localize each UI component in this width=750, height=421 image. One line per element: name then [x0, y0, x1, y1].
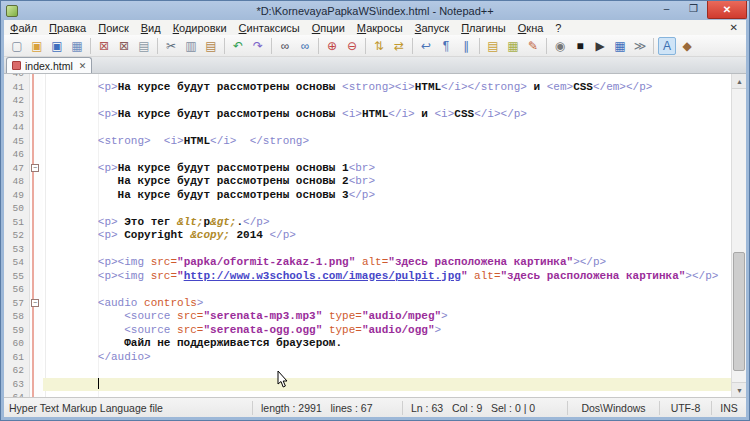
- user-defined-language-icon[interactable]: ▤: [484, 37, 502, 55]
- menu-item-плагины[interactable]: Плагины: [455, 22, 512, 34]
- editor-line-42[interactable]: 42: [4, 94, 731, 108]
- editor-line-60[interactable]: 60 Файл не поддерживается браузером.: [4, 337, 731, 351]
- plugin-hand-icon[interactable]: ◆: [678, 37, 696, 55]
- title-bar[interactable]: *D:\KornevayaPapkaWS\index.html - Notepa…: [1, 1, 749, 20]
- editor-line-49[interactable]: 49 На курсе будут рассмотрены основы 3</…: [4, 189, 731, 203]
- editor-line-41[interactable]: 41 <p>На курсе будут рассмотрены основы …: [4, 81, 731, 95]
- menu-item-синтаксисы[interactable]: Синтаксисы: [233, 22, 306, 34]
- code-line-text: <p>На курсе будут рассмотрены основы <i>…: [43, 108, 731, 122]
- menu-item-окна[interactable]: Окна: [512, 22, 550, 34]
- copy-icon[interactable]: ▥: [182, 37, 200, 55]
- fold-cell: [30, 121, 43, 135]
- redo-icon[interactable]: ↷: [249, 37, 267, 55]
- print-icon[interactable]: ▤: [135, 37, 153, 55]
- editor-line-44[interactable]: 44: [4, 121, 731, 135]
- editor-line-62[interactable]: 62: [4, 364, 731, 378]
- undo-icon[interactable]: ↶: [229, 37, 247, 55]
- status-lines: lines : 67: [330, 402, 372, 414]
- run-macro-multiple-icon[interactable]: ≫: [631, 37, 649, 55]
- fold-cell: [30, 378, 43, 392]
- editor-line-55[interactable]: 55 <p><img src="http://www.w3schools.com…: [4, 270, 731, 284]
- line-number: 47: [4, 162, 30, 176]
- close-file-icon[interactable]: ⊠: [95, 37, 113, 55]
- stop-recording-icon[interactable]: ■: [571, 37, 589, 55]
- status-eol-format[interactable]: Dos\Windows: [568, 401, 660, 415]
- zoom-out-icon[interactable]: ⊖: [343, 37, 361, 55]
- menu-item-файл[interactable]: Файл: [4, 22, 43, 34]
- sync-vertical-scroll-icon[interactable]: ⇅: [370, 37, 388, 55]
- editor-line-48[interactable]: 48 На курсе будут рассмотрены основы 2<b…: [4, 175, 731, 189]
- editor-line-51[interactable]: 51 <p> Это тег &lt;p&gt;.</p>: [4, 216, 731, 230]
- status-insert-mode[interactable]: INS: [712, 401, 746, 415]
- open-file-icon[interactable]: ▣: [28, 37, 46, 55]
- menu-item-макросы[interactable]: Макросы: [351, 22, 409, 34]
- editor-line-50[interactable]: 50: [4, 202, 731, 216]
- editor-line-46[interactable]: 46: [4, 148, 731, 162]
- fold-collapse-icon[interactable]: −: [31, 299, 39, 307]
- find-icon[interactable]: ∞: [276, 37, 294, 55]
- spell-check-icon[interactable]: A: [658, 37, 676, 55]
- code-line-text: [43, 378, 731, 392]
- editor-line-57[interactable]: 57− <audio controls>: [4, 297, 731, 311]
- minimize-button[interactable]: –: [653, 1, 680, 16]
- show-indent-guide-icon[interactable]: ∥: [457, 37, 475, 55]
- editor-line-53[interactable]: 53: [4, 243, 731, 257]
- unsaved-file-icon: [12, 61, 21, 70]
- maximize-button[interactable]: ❐: [680, 1, 707, 16]
- tab-close-icon[interactable]: ✕: [77, 61, 87, 71]
- menu-item-правка[interactable]: Правка: [43, 22, 92, 34]
- scroll-down-arrow-icon[interactable]: ▼: [732, 382, 746, 397]
- editor-line-56[interactable]: 56: [4, 283, 731, 297]
- save-macro-icon[interactable]: ▦: [611, 37, 629, 55]
- zoom-in-icon[interactable]: ⊕: [323, 37, 341, 55]
- paste-icon[interactable]: ▤: [202, 37, 220, 55]
- cut-icon[interactable]: ✂: [162, 37, 180, 55]
- close-all-icon[interactable]: ⊠: [115, 37, 133, 55]
- sync-horizontal-scroll-icon[interactable]: ⇄: [390, 37, 408, 55]
- toolbar-separator: [224, 38, 225, 54]
- tab-index-html[interactable]: index.html ✕: [6, 57, 92, 73]
- editor-line-54[interactable]: 54 <p><img src="papka/oformit-zakaz-1.pn…: [4, 256, 731, 270]
- editor-line-63[interactable]: 63: [4, 378, 731, 392]
- save-all-icon[interactable]: ▦: [68, 37, 86, 55]
- playback-macro-icon[interactable]: ▶: [591, 37, 609, 55]
- start-recording-icon[interactable]: ◉: [551, 37, 569, 55]
- fold-collapse-icon[interactable]: −: [31, 164, 39, 172]
- scroll-up-arrow-icon[interactable]: ▲: [732, 74, 746, 89]
- editor-line-45[interactable]: 45 <strong> <i>HTML</i> </strong>: [4, 135, 731, 149]
- scrollbar-thumb[interactable]: [733, 252, 745, 372]
- editor-line-47[interactable]: 47− <p>На курсе будут рассмотрены основы…: [4, 162, 731, 176]
- word-wrap-icon[interactable]: ↩: [417, 37, 435, 55]
- save-file-icon[interactable]: ▣: [48, 37, 66, 55]
- function-list-icon[interactable]: ✎: [524, 37, 542, 55]
- vertical-scrollbar[interactable]: ▲ ▼: [731, 74, 746, 397]
- status-encoding[interactable]: UTF-8: [660, 401, 712, 415]
- window-controls: – ❐ ✕: [653, 1, 747, 20]
- replace-icon[interactable]: ∞: [296, 37, 314, 55]
- line-number: 53: [4, 243, 30, 257]
- code-editor[interactable]: 4041 <p>На курсе будут рассмотрены основ…: [4, 74, 746, 397]
- menu-item-кодировки[interactable]: Кодировки: [167, 22, 233, 34]
- menu-item-?[interactable]: ?: [549, 22, 567, 34]
- code-area[interactable]: 4041 <p>На курсе будут рассмотрены основ…: [43, 74, 731, 397]
- show-all-characters-icon[interactable]: ¶: [437, 37, 455, 55]
- code-line-text: <strong> <i>HTML</i> </strong>: [43, 135, 731, 149]
- fold-cell: [30, 351, 43, 365]
- editor-line-61[interactable]: 61 </audio>: [4, 351, 731, 365]
- editor-line-58[interactable]: 58 <source src="serenata-mp3.mp3" type="…: [4, 310, 731, 324]
- fold-cell: [30, 256, 43, 270]
- close-button[interactable]: ✕: [707, 1, 747, 19]
- fold-cell: [30, 148, 43, 162]
- menu-item-вид[interactable]: Вид: [135, 22, 167, 34]
- document-map-icon[interactable]: ▦: [504, 37, 522, 55]
- menu-item-опции[interactable]: Опции: [306, 22, 351, 34]
- editor-line-59[interactable]: 59 <source src="serenata-ogg.ogg" type="…: [4, 324, 731, 338]
- menu-item-запуск[interactable]: Запуск: [409, 22, 455, 34]
- editor-line-43[interactable]: 43 <p>На курсе будут рассмотрены основы …: [4, 108, 731, 122]
- menu-bar: ФайлПравкаПоискВидКодировкиСинтаксисыОпц…: [4, 20, 746, 35]
- menubar-close-icon[interactable]: ✕: [722, 22, 746, 33]
- menu-item-поиск[interactable]: Поиск: [92, 22, 134, 34]
- new-file-icon[interactable]: ▢: [8, 37, 26, 55]
- fold-cell: [30, 337, 43, 351]
- editor-line-52[interactable]: 52 <p> Copyright &copy; 2014 </p>: [4, 229, 731, 243]
